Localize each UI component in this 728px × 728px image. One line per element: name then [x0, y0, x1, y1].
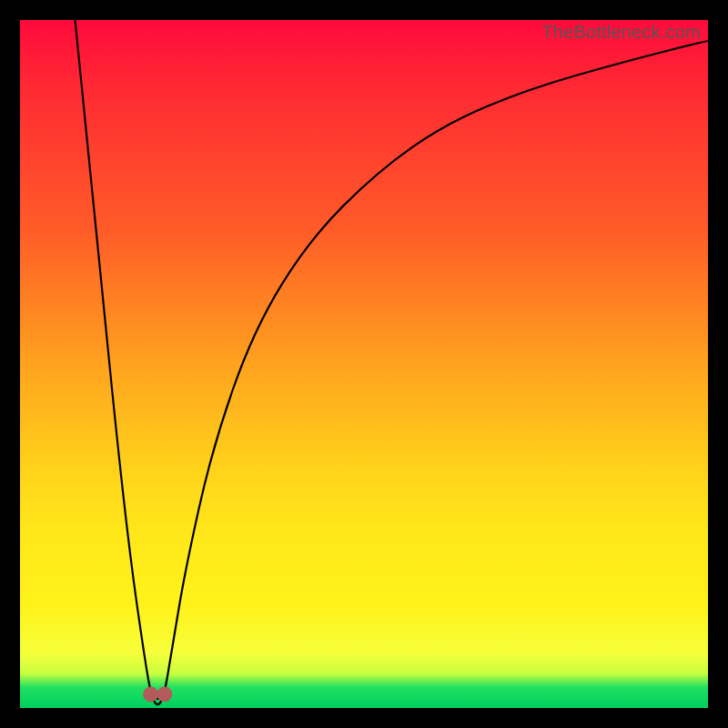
- bottleneck-curve: [76, 20, 709, 704]
- curve-layer: [20, 20, 708, 708]
- chart-frame: TheBottleneck.com: [0, 0, 728, 728]
- minimum-marker: [157, 687, 172, 702]
- minimum-marker: [144, 687, 158, 702]
- curve-markers: [144, 687, 172, 702]
- plot-area: TheBottleneck.com: [20, 20, 708, 708]
